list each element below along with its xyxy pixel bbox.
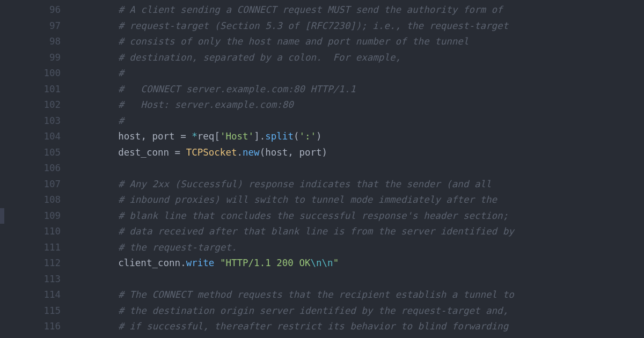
code-line[interactable]: # inbound proxies) will switch to tunnel… <box>84 192 644 208</box>
line-number[interactable]: 111 <box>0 240 61 256</box>
token-pl: host <box>265 147 288 158</box>
code-area[interactable]: # A client sending a CONNECT request MUS… <box>84 0 644 338</box>
token-c: # destination, separated by a colon. For… <box>118 52 401 63</box>
code-line[interactable] <box>84 160 644 177</box>
code-line[interactable]: client_conn.write "HTTP/1.1 200 OK\n\n" <box>84 255 644 271</box>
token-pun: , <box>141 131 152 142</box>
token-fn: write <box>186 258 215 268</box>
token-c: # inbound proxies) will switch to tunnel… <box>118 194 497 205</box>
code-line[interactable]: # The CONNECT method requests that the r… <box>84 287 644 303</box>
token-str: 'Host' <box>220 131 254 142</box>
line-number[interactable]: 112 <box>0 255 61 271</box>
code-line[interactable]: # blank line that concludes the successf… <box>84 208 644 224</box>
code-line[interactable]: # if successful, thereafter restrict its… <box>84 319 644 335</box>
token-pun: ) <box>316 131 322 142</box>
code-line[interactable]: # <box>84 65 644 82</box>
line-number[interactable]: 110 <box>0 224 61 240</box>
code-line[interactable]: dest_conn = TCPSocket.new(host, port) <box>84 145 644 161</box>
line-number[interactable]: 99 <box>0 50 61 66</box>
token-pun: ] <box>254 131 260 142</box>
line-number[interactable]: 105 <box>0 145 61 161</box>
token-pun: , <box>288 147 299 158</box>
line-number[interactable]: 114 <box>0 287 61 303</box>
code-line[interactable] <box>84 271 644 288</box>
token-pun: ( <box>260 147 266 158</box>
token-fn: new <box>243 147 260 158</box>
line-number[interactable]: 108 <box>0 192 61 208</box>
token-c: # the destination origin server identifi… <box>118 305 508 316</box>
token-c: # <box>118 68 124 78</box>
token-c: # Any 2xx (Successful) response indicate… <box>118 179 491 189</box>
line-number[interactable]: 113 <box>0 271 61 288</box>
code-line[interactable]: # A client sending a CONNECT request MUS… <box>84 2 644 18</box>
token-pun: ) <box>322 147 328 158</box>
token-pl: dest_conn <box>118 147 169 158</box>
line-number[interactable]: 101 <box>0 82 61 98</box>
token-pl: host <box>118 131 141 142</box>
token-pl: port <box>152 131 174 142</box>
token-pl: port <box>299 147 321 158</box>
token-c: # blank line that concludes the successf… <box>118 210 508 221</box>
token-c: # Host: server.example.com:80 <box>118 99 294 110</box>
token-c: # <box>118 115 124 126</box>
code-line[interactable]: host, port = *req['Host'].split(':') <box>84 129 644 145</box>
token-pun: . <box>180 258 186 268</box>
token-esc: \n\n <box>310 258 333 268</box>
token-star: * <box>192 131 197 142</box>
code-line[interactable]: # Host: server.example.com:80 <box>84 97 644 113</box>
code-line[interactable]: # request-target (Section 5.3 of [RFC723… <box>84 18 644 34</box>
token-str: " <box>333 258 339 268</box>
line-number[interactable]: 116 <box>0 319 61 335</box>
token-c: # A client sending a CONNECT request MUS… <box>118 4 502 15</box>
token-pun: = <box>175 131 192 142</box>
line-number[interactable]: 106 <box>0 160 61 177</box>
token-c: # The CONNECT method requests that the r… <box>118 289 514 300</box>
code-line[interactable]: # data received after that blank line is… <box>84 224 644 240</box>
token-pun: ( <box>294 131 299 142</box>
line-number[interactable]: 98 <box>0 34 61 50</box>
token-pl: client_conn <box>118 258 180 268</box>
code-line[interactable]: # the request-target. <box>84 240 644 256</box>
code-line[interactable]: # the destination origin server identifi… <box>84 303 644 319</box>
token-fn: split <box>265 131 294 142</box>
token-c: # if successful, thereafter restrict its… <box>118 321 508 332</box>
code-line[interactable]: # consists of only the host name and por… <box>84 34 644 50</box>
line-number[interactable]: 96 <box>0 2 61 18</box>
code-editor[interactable]: 9697989910010110210310410510610710810911… <box>0 0 644 338</box>
line-number-gutter[interactable]: 9697989910010110210310410510610710810911… <box>0 0 72 338</box>
fold-column[interactable] <box>72 0 84 338</box>
token-str: "HTTP/1.1 200 OK <box>220 258 311 268</box>
code-line[interactable]: # CONNECT server.example.com:80 HTTP/1.1 <box>84 82 644 98</box>
token-pun: [ <box>214 131 220 142</box>
line-number[interactable]: 104 <box>0 129 61 145</box>
token-str: ':' <box>299 131 316 142</box>
token-c: # CONNECT server.example.com:80 HTTP/1.1 <box>118 84 356 94</box>
token-c: # request-target (Section 5.3 of [RFC723… <box>118 20 508 31</box>
token-cls: TCPSocket <box>186 147 237 158</box>
code-line[interactable]: # Any 2xx (Successful) response indicate… <box>84 177 644 193</box>
token-c: # data received after that blank line is… <box>118 226 514 237</box>
line-number[interactable]: 115 <box>0 303 61 319</box>
line-number[interactable]: 100 <box>0 65 61 82</box>
token-pun <box>214 258 220 268</box>
line-number[interactable]: 107 <box>0 177 61 193</box>
code-line[interactable]: # destination, separated by a colon. For… <box>84 50 644 66</box>
current-line-marker <box>0 208 4 224</box>
line-number[interactable]: 103 <box>0 113 61 129</box>
line-number[interactable]: 97 <box>0 18 61 34</box>
token-pun: . <box>237 147 243 158</box>
token-pl: req <box>197 131 215 142</box>
line-number[interactable]: 109 <box>0 208 61 224</box>
token-pun: . <box>260 131 266 142</box>
token-c: # the request-target. <box>118 242 237 253</box>
line-number[interactable]: 102 <box>0 97 61 113</box>
token-pun: = <box>169 147 186 158</box>
token-c: # consists of only the host name and por… <box>118 36 469 47</box>
code-line[interactable]: # <box>84 113 644 129</box>
